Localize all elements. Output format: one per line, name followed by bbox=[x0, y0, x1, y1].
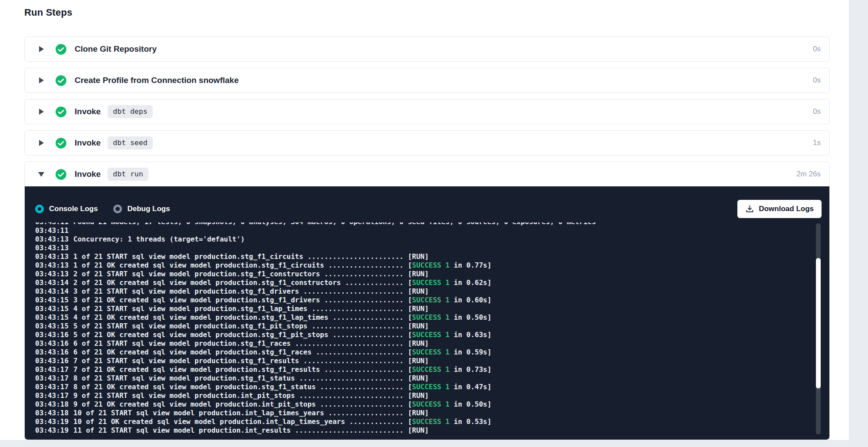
radio-selected-icon[interactable] bbox=[35, 205, 44, 213]
log-line: 03:43:166 of 21 OK created sql view mode… bbox=[35, 348, 829, 357]
log-timestamp: 03:43:19 bbox=[35, 426, 73, 435]
log-line: 03:43:11 bbox=[35, 226, 829, 235]
content-area: Run Steps Clone Git Repository 0s bbox=[0, 0, 849, 440]
chevron-box[interactable] bbox=[38, 140, 45, 146]
run-step-header[interactable]: Create Profile from Connection snowflake… bbox=[25, 68, 829, 93]
chevron-right-icon[interactable] bbox=[39, 140, 44, 146]
run-step-header[interactable]: Invoke dbt run 2m 26s bbox=[25, 162, 829, 186]
log-line: 03:43:179 of 21 START sql view model pro… bbox=[35, 391, 829, 400]
console-logs-radio[interactable]: Console Logs bbox=[35, 205, 98, 213]
step-duration: 0s bbox=[813, 76, 821, 85]
radio-label: Console Logs bbox=[49, 205, 98, 213]
log-line: 03:43:142 of 21 OK created sql view mode… bbox=[35, 278, 829, 287]
step-duration: 0s bbox=[813, 45, 821, 53]
log-timestamp: 03:43:13 bbox=[35, 261, 73, 270]
log-timestamp: 03:43:17 bbox=[35, 391, 73, 400]
log-message: 8 of 21 OK created sql view model produc… bbox=[73, 383, 491, 391]
log-message: 4 of 21 OK created sql view model produc… bbox=[73, 313, 491, 321]
run-step-header[interactable]: Invoke dbt deps 0s bbox=[25, 99, 829, 124]
log-message: 3 of 21 OK created sql view model produc… bbox=[73, 296, 491, 304]
chevron-right-icon[interactable] bbox=[39, 109, 44, 115]
step-duration: 2m 26s bbox=[796, 170, 821, 179]
log-line: 03:43:189 of 21 OK created sql view mode… bbox=[35, 400, 829, 409]
log-timestamp: 03:43:14 bbox=[35, 278, 73, 287]
run-step: Clone Git Repository 0s bbox=[24, 36, 830, 62]
log-message: 10 of 21 OK created sql view model produ… bbox=[73, 417, 491, 426]
log-line: 03:43:1911 of 21 START sql view model pr… bbox=[35, 426, 829, 435]
log-timestamp: 03:43:13 bbox=[35, 252, 73, 261]
run-step: Invoke dbt deps 0s bbox=[24, 99, 830, 124]
success-check-icon bbox=[55, 43, 67, 55]
download-logs-label: Download Logs bbox=[759, 205, 814, 213]
chevron-box[interactable] bbox=[38, 77, 45, 83]
log-timestamp: 03:43:16 bbox=[35, 348, 73, 357]
chevron-down-icon[interactable] bbox=[38, 172, 44, 177]
log-message: 5 of 21 START sql view model production.… bbox=[73, 322, 429, 330]
step-label: Clone Git Repository bbox=[75, 44, 157, 54]
chevron-box[interactable] bbox=[38, 109, 45, 115]
step-duration: 0s bbox=[813, 107, 821, 116]
log-timestamp: 03:43:18 bbox=[35, 400, 73, 409]
log-message: 7 of 21 OK created sql view model produc… bbox=[73, 365, 491, 374]
log-message: 7 of 21 START sql view model production.… bbox=[73, 357, 429, 365]
log-line: 03:43:154 of 21 START sql view model pro… bbox=[35, 305, 829, 313]
run-step: Invoke dbt seed 1s bbox=[24, 130, 830, 156]
run-step-header[interactable]: Clone Git Repository 0s bbox=[25, 37, 829, 61]
log-message: 8 of 21 START sql view model production.… bbox=[73, 374, 429, 382]
log-panel: Console LogsDebug Logs Download Logs 03:… bbox=[25, 186, 829, 440]
chevron-box[interactable] bbox=[38, 172, 45, 177]
log-timestamp: 03:43:16 bbox=[35, 331, 73, 339]
log-line: 03:43:1910 of 21 OK created sql view mod… bbox=[35, 417, 829, 426]
chevron-box[interactable] bbox=[38, 46, 45, 52]
log-line: 03:43:13 bbox=[35, 244, 829, 252]
log-timestamp: 03:43:16 bbox=[35, 339, 73, 348]
step-command-badge: dbt run bbox=[108, 168, 148, 181]
log-timestamp: 03:43:17 bbox=[35, 383, 73, 391]
log-message: 9 of 21 OK created sql view model produc… bbox=[73, 400, 491, 408]
log-message: 6 of 21 START sql view model production.… bbox=[73, 339, 429, 348]
log-timestamp: 03:43:15 bbox=[35, 305, 73, 313]
log-message: 11 of 21 START sql view model production… bbox=[73, 426, 429, 434]
log-scrollbar-track[interactable] bbox=[816, 223, 821, 434]
log-message: 2 of 21 OK created sql view model produc… bbox=[73, 278, 491, 287]
page-title: Run Steps bbox=[24, 7, 72, 18]
download-logs-button[interactable]: Download Logs bbox=[737, 200, 822, 218]
run-steps-list: Clone Git Repository 0s Create Profile f… bbox=[24, 36, 830, 440]
log-line: 03:43:178 of 21 OK created sql view mode… bbox=[35, 383, 829, 391]
log-line: 03:43:143 of 21 START sql view model pro… bbox=[35, 287, 829, 296]
log-line: 03:43:13Concurrency: 1 threads (target='… bbox=[35, 235, 829, 244]
step-duration: 1s bbox=[813, 139, 821, 147]
radio-unselected-icon[interactable] bbox=[113, 205, 122, 213]
download-icon bbox=[745, 205, 754, 214]
log-timestamp: 03:43:11 bbox=[35, 222, 73, 226]
step-label: Invoke bbox=[75, 107, 101, 116]
log-scrollbar-thumb[interactable] bbox=[816, 258, 821, 388]
log-timestamp: 03:43:17 bbox=[35, 365, 73, 374]
step-command-badge: dbt seed bbox=[108, 136, 152, 149]
step-label: Invoke bbox=[75, 138, 101, 148]
chevron-right-icon[interactable] bbox=[39, 77, 44, 83]
log-timestamp: 03:43:13 bbox=[35, 270, 73, 278]
success-check-icon bbox=[55, 137, 67, 149]
log-timestamp: 03:43:13 bbox=[35, 244, 73, 252]
run-step: Create Profile from Connection snowflake… bbox=[24, 68, 830, 93]
success-check-icon bbox=[55, 75, 67, 86]
log-timestamp: 03:43:13 bbox=[35, 235, 73, 244]
log-timestamp: 03:43:11 bbox=[35, 226, 73, 235]
log-message: 1 of 21 START sql view model production.… bbox=[73, 252, 429, 261]
radio-label: Debug Logs bbox=[127, 205, 170, 213]
log-line: 03:43:167 of 21 START sql view model pro… bbox=[35, 357, 829, 365]
run-step-header[interactable]: Invoke dbt seed 1s bbox=[25, 131, 829, 155]
log-line: 03:43:11Found 21 models, 17 tests, 0 sna… bbox=[35, 222, 829, 226]
log-message: 10 of 21 START sql view model production… bbox=[73, 409, 429, 417]
log-message: Found 21 models, 17 tests, 0 snapshots, … bbox=[73, 222, 596, 226]
run-step: Invoke dbt run 2m 26s Console LogsDebug … bbox=[24, 162, 830, 440]
debug-logs-radio[interactable]: Debug Logs bbox=[113, 205, 170, 213]
step-command-badge: dbt deps bbox=[108, 105, 152, 118]
log-lines: 03:43:11Found 21 models, 17 tests, 0 sna… bbox=[25, 222, 829, 435]
console-log-output[interactable]: 03:43:11Found 21 models, 17 tests, 0 sna… bbox=[25, 222, 829, 436]
log-panel-header: Console LogsDebug Logs Download Logs bbox=[35, 199, 822, 219]
log-message: 5 of 21 OK created sql view model produc… bbox=[73, 331, 491, 339]
chevron-right-icon[interactable] bbox=[39, 46, 44, 52]
log-message: 9 of 21 START sql view model production.… bbox=[73, 391, 429, 400]
